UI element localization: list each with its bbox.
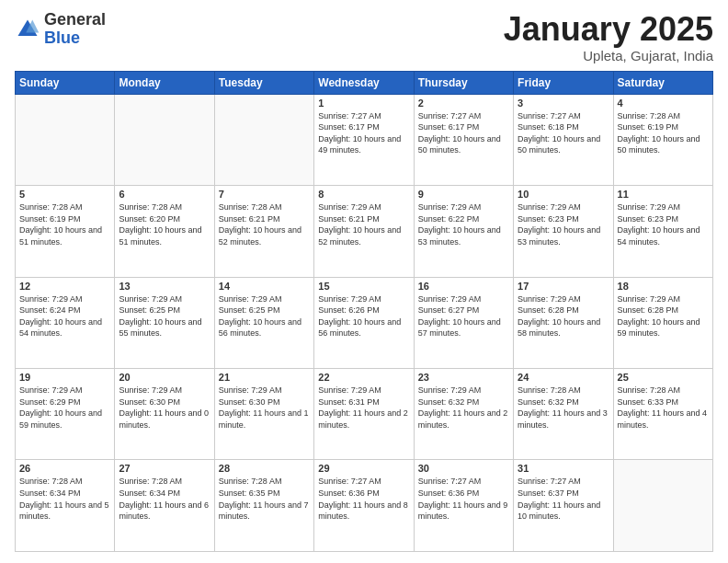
day-info: Sunrise: 7:29 AM Sunset: 6:27 PM Dayligh… <box>418 293 509 339</box>
day-info: Sunrise: 7:28 AM Sunset: 6:20 PM Dayligh… <box>119 201 210 247</box>
calendar-table: Sunday Monday Tuesday Wednesday Thursday… <box>15 71 713 552</box>
calendar-cell-2-6: 18Sunrise: 7:29 AM Sunset: 6:28 PM Dayli… <box>613 277 712 368</box>
day-number: 18 <box>618 281 709 292</box>
day-number: 25 <box>618 372 709 383</box>
day-number: 19 <box>19 372 110 383</box>
day-info: Sunrise: 7:28 AM Sunset: 6:21 PM Dayligh… <box>219 201 310 247</box>
day-info: Sunrise: 7:29 AM Sunset: 6:21 PM Dayligh… <box>318 201 409 247</box>
header-tuesday: Tuesday <box>214 71 313 94</box>
calendar-cell-4-5: 31Sunrise: 7:27 AM Sunset: 6:37 PM Dayli… <box>514 460 613 552</box>
day-number: 15 <box>318 281 409 292</box>
day-number: 14 <box>219 281 310 292</box>
day-info: Sunrise: 7:29 AM Sunset: 6:32 PM Dayligh… <box>418 385 509 431</box>
calendar-cell-1-3: 8Sunrise: 7:29 AM Sunset: 6:21 PM Daylig… <box>314 186 414 277</box>
calendar-cell-1-5: 10Sunrise: 7:29 AM Sunset: 6:23 PM Dayli… <box>514 186 613 277</box>
header-monday: Monday <box>115 71 214 94</box>
calendar-cell-2-5: 17Sunrise: 7:29 AM Sunset: 6:28 PM Dayli… <box>514 277 613 368</box>
calendar-cell-2-3: 15Sunrise: 7:29 AM Sunset: 6:26 PM Dayli… <box>314 277 414 368</box>
day-number: 20 <box>119 372 210 383</box>
day-number: 17 <box>518 281 609 292</box>
day-number: 7 <box>219 189 310 200</box>
logo: General Blue <box>15 11 106 48</box>
day-info: Sunrise: 7:28 AM Sunset: 6:33 PM Dayligh… <box>618 385 709 431</box>
calendar-cell-1-4: 9Sunrise: 7:29 AM Sunset: 6:22 PM Daylig… <box>414 186 513 277</box>
header: General Blue January 2025 Upleta, Gujara… <box>15 11 713 63</box>
calendar-cell-0-4: 2Sunrise: 7:27 AM Sunset: 6:17 PM Daylig… <box>414 94 513 185</box>
day-number: 30 <box>418 463 509 474</box>
week-row-0: 1Sunrise: 7:27 AM Sunset: 6:17 PM Daylig… <box>16 94 713 185</box>
day-info: Sunrise: 7:29 AM Sunset: 6:25 PM Dayligh… <box>219 293 310 339</box>
week-row-4: 26Sunrise: 7:28 AM Sunset: 6:34 PM Dayli… <box>16 460 713 552</box>
calendar-cell-4-6 <box>613 460 712 552</box>
week-row-3: 19Sunrise: 7:29 AM Sunset: 6:29 PM Dayli… <box>16 369 713 460</box>
calendar-cell-0-3: 1Sunrise: 7:27 AM Sunset: 6:17 PM Daylig… <box>314 94 414 185</box>
header-friday: Friday <box>514 71 613 94</box>
day-info: Sunrise: 7:29 AM Sunset: 6:30 PM Dayligh… <box>219 385 310 431</box>
day-info: Sunrise: 7:27 AM Sunset: 6:17 PM Dayligh… <box>418 110 509 156</box>
calendar-cell-3-6: 25Sunrise: 7:28 AM Sunset: 6:33 PM Dayli… <box>613 369 712 460</box>
calendar-cell-1-2: 7Sunrise: 7:28 AM Sunset: 6:21 PM Daylig… <box>214 186 313 277</box>
day-number: 3 <box>518 98 609 109</box>
day-number: 16 <box>418 281 509 292</box>
day-number: 22 <box>318 372 409 383</box>
day-number: 27 <box>119 463 210 474</box>
day-number: 21 <box>219 372 310 383</box>
day-info: Sunrise: 7:29 AM Sunset: 6:30 PM Dayligh… <box>119 385 210 431</box>
calendar-cell-2-4: 16Sunrise: 7:29 AM Sunset: 6:27 PM Dayli… <box>414 277 513 368</box>
calendar-cell-0-5: 3Sunrise: 7:27 AM Sunset: 6:18 PM Daylig… <box>514 94 613 185</box>
calendar-cell-2-2: 14Sunrise: 7:29 AM Sunset: 6:25 PM Dayli… <box>214 277 313 368</box>
day-number: 2 <box>418 98 509 109</box>
calendar-cell-0-1 <box>115 94 214 185</box>
calendar-cell-4-2: 28Sunrise: 7:28 AM Sunset: 6:35 PM Dayli… <box>214 460 313 552</box>
calendar-cell-4-4: 30Sunrise: 7:27 AM Sunset: 6:36 PM Dayli… <box>414 460 513 552</box>
logo-general-text: General <box>44 11 106 29</box>
day-info: Sunrise: 7:29 AM Sunset: 6:23 PM Dayligh… <box>518 201 609 247</box>
day-info: Sunrise: 7:28 AM Sunset: 6:19 PM Dayligh… <box>19 201 110 247</box>
day-info: Sunrise: 7:29 AM Sunset: 6:26 PM Dayligh… <box>318 293 409 339</box>
calendar-cell-0-6: 4Sunrise: 7:28 AM Sunset: 6:19 PM Daylig… <box>613 94 712 185</box>
day-info: Sunrise: 7:29 AM Sunset: 6:22 PM Dayligh… <box>418 201 509 247</box>
day-number: 4 <box>618 98 709 109</box>
day-info: Sunrise: 7:28 AM Sunset: 6:32 PM Dayligh… <box>518 385 609 431</box>
day-number: 23 <box>418 372 509 383</box>
day-info: Sunrise: 7:29 AM Sunset: 6:29 PM Dayligh… <box>19 385 110 431</box>
calendar-cell-1-1: 6Sunrise: 7:28 AM Sunset: 6:20 PM Daylig… <box>115 186 214 277</box>
day-info: Sunrise: 7:27 AM Sunset: 6:36 PM Dayligh… <box>318 476 409 522</box>
calendar-cell-4-1: 27Sunrise: 7:28 AM Sunset: 6:34 PM Dayli… <box>115 460 214 552</box>
day-info: Sunrise: 7:27 AM Sunset: 6:17 PM Dayligh… <box>318 110 409 156</box>
calendar-cell-4-0: 26Sunrise: 7:28 AM Sunset: 6:34 PM Dayli… <box>16 460 115 552</box>
day-info: Sunrise: 7:27 AM Sunset: 6:36 PM Dayligh… <box>418 476 509 522</box>
day-number: 12 <box>19 281 110 292</box>
day-number: 11 <box>618 189 709 200</box>
logo-blue-text: Blue <box>44 29 106 48</box>
calendar-cell-1-6: 11Sunrise: 7:29 AM Sunset: 6:23 PM Dayli… <box>613 186 712 277</box>
title-location: Upleta, Gujarat, India <box>504 48 713 63</box>
header-wednesday: Wednesday <box>314 71 414 94</box>
calendar-cell-1-0: 5Sunrise: 7:28 AM Sunset: 6:19 PM Daylig… <box>16 186 115 277</box>
day-info: Sunrise: 7:29 AM Sunset: 6:31 PM Dayligh… <box>318 385 409 431</box>
day-number: 13 <box>119 281 210 292</box>
day-number: 8 <box>318 189 409 200</box>
day-number: 10 <box>518 189 609 200</box>
logo-icon <box>15 17 40 42</box>
calendar-cell-3-0: 19Sunrise: 7:29 AM Sunset: 6:29 PM Dayli… <box>16 369 115 460</box>
calendar-cell-4-3: 29Sunrise: 7:27 AM Sunset: 6:36 PM Dayli… <box>314 460 414 552</box>
header-saturday: Saturday <box>613 71 712 94</box>
day-info: Sunrise: 7:29 AM Sunset: 6:28 PM Dayligh… <box>518 293 609 339</box>
day-number: 24 <box>518 372 609 383</box>
day-info: Sunrise: 7:28 AM Sunset: 6:35 PM Dayligh… <box>219 476 310 522</box>
day-info: Sunrise: 7:28 AM Sunset: 6:34 PM Dayligh… <box>119 476 210 522</box>
week-row-1: 5Sunrise: 7:28 AM Sunset: 6:19 PM Daylig… <box>16 186 713 277</box>
calendar-cell-3-5: 24Sunrise: 7:28 AM Sunset: 6:32 PM Dayli… <box>514 369 613 460</box>
day-number: 6 <box>119 189 210 200</box>
day-info: Sunrise: 7:29 AM Sunset: 6:23 PM Dayligh… <box>618 201 709 247</box>
calendar-cell-2-1: 13Sunrise: 7:29 AM Sunset: 6:25 PM Dayli… <box>115 277 214 368</box>
calendar-cell-0-2 <box>214 94 313 185</box>
day-info: Sunrise: 7:29 AM Sunset: 6:28 PM Dayligh… <box>618 293 709 339</box>
day-number: 29 <box>318 463 409 474</box>
calendar-cell-0-0 <box>16 94 115 185</box>
calendar-cell-3-3: 22Sunrise: 7:29 AM Sunset: 6:31 PM Dayli… <box>314 369 414 460</box>
day-number: 5 <box>19 189 110 200</box>
day-info: Sunrise: 7:27 AM Sunset: 6:18 PM Dayligh… <box>518 110 609 156</box>
day-info: Sunrise: 7:29 AM Sunset: 6:24 PM Dayligh… <box>19 293 110 339</box>
